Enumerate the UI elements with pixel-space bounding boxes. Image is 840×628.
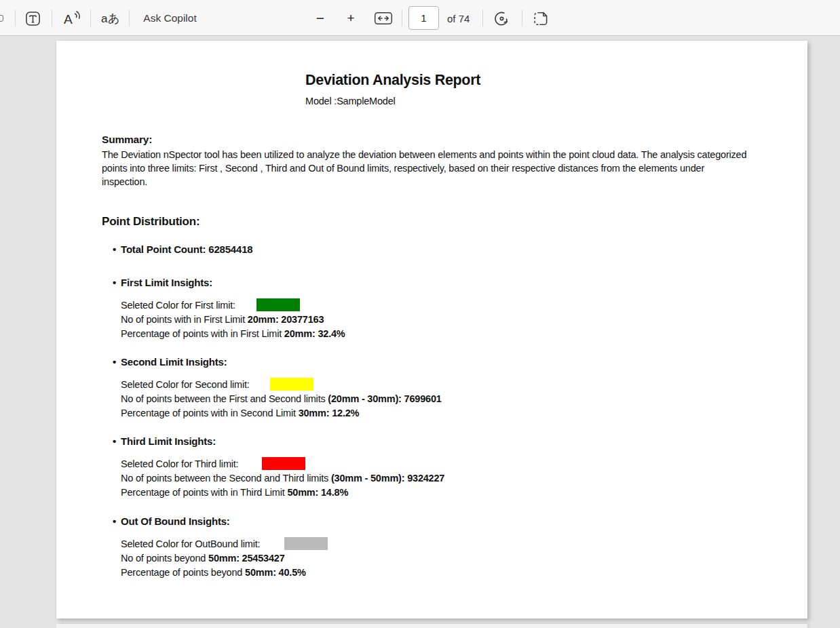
bullet-marker: • [113,356,116,368]
color-label: Seleted Color for First limit: [121,300,235,311]
out-of-bound-color-line: Seleted Color for OutBound limit: [121,538,260,549]
ask-copilot-label: Ask Copilot [143,12,196,24]
percentage-value: 30mm: 12.2% [299,408,360,418]
toolbar-divider [482,9,483,26]
count-value: (20mm - 30mm): 7699601 [328,393,441,404]
count-text: No of points between the Second and Thir… [121,473,331,484]
pdf-page-1: Deviation Analysis Report Model :SampleM… [56,41,807,619]
out-of-bound-count-line: No of points beyond 50mm: 25453427 [121,553,285,564]
color-label: Seleted Color for OutBound limit: [121,538,260,549]
clipped-edge-icon [0,15,3,22]
point-distribution-heading: Point Distribution: [102,215,199,229]
toolbar-divider [129,9,130,26]
percentage-text: Percentage of points with in Second Limi… [121,408,299,418]
page-view-icon [531,10,550,27]
first-limit-percentage-line: Percentage of points with in First Limit… [121,328,345,339]
third-limit-color-swatch [262,457,305,470]
section-heading-label: First Limit Insights: [121,277,212,288]
summary-text: The Deviation nSpector tool has been uti… [102,148,748,189]
percentage-value: 50mm: 14.8% [287,487,348,498]
color-label: Seleted Color for Third limit: [121,458,238,469]
report-model-label: Model :SampleModel [305,96,396,106]
second-limit-heading: • Second Limit Insights: [113,356,227,368]
page-count-label: of 74 [447,13,470,24]
percentage-value: 20mm: 32.4% [284,328,345,339]
toolbar-divider [90,9,91,26]
out-of-bound-color-swatch [284,537,328,550]
bullet-marker: • [113,435,116,447]
percentage-value: 50mm: 40.5% [245,567,306,578]
bullet-marker: • [113,277,116,288]
fit-to-width-icon [374,11,393,26]
page-view-button[interactable] [529,9,551,28]
third-limit-count-line: No of points between the Second and Thir… [121,473,444,484]
section-heading-label: Second Limit Insights: [121,356,227,368]
toolbar-divider [402,9,402,26]
out-of-bound-heading: • Out Of Bound Insights: [113,515,230,527]
third-limit-heading: • Third Limit Insights: [113,435,216,447]
percentage-text: Percentage of points beyond [121,567,245,578]
rotate-button[interactable] [491,9,512,28]
third-limit-color-line: Seleted Color for Third limit: [121,458,238,469]
bullet-marker: • [113,515,116,527]
third-limit-percentage-line: Percentage of points with in Third Limit… [121,487,348,498]
out-of-bound-section: • Out Of Bound Insights: Seleted Color f… [113,515,750,583]
read-aloud-button[interactable]: A [62,9,83,28]
count-text: No of points with in First Limit [121,314,248,325]
ask-copilot-button[interactable]: Ask Copilot [138,9,202,28]
second-limit-count-line: No of points between the First and Secon… [121,393,442,404]
toolbar-divider [15,9,16,26]
color-label: Seleted Color for Second limit: [121,379,250,390]
percentage-text: Percentage of points with in Third Limit [121,487,287,498]
fit-to-width-button[interactable] [372,9,395,28]
next-page-top-edge [56,624,807,628]
section-heading-label: Out Of Bound Insights: [121,515,230,527]
first-limit-count-line: No of points with in First Limit 20mm: 2… [121,314,324,325]
toolbar-divider [52,9,52,26]
pdf-toolbar: A aあ Ask Copilot − + of 74 [0,0,840,36]
count-text: No of points between the First and Secon… [121,393,328,404]
section-heading-label: Third Limit Insights: [121,435,216,447]
count-value: 20mm: 20377163 [248,314,324,325]
second-limit-section: • Second Limit Insights: Seleted Color f… [113,356,750,424]
first-limit-heading: • First Limit Insights: [113,277,212,288]
zoom-out-icon: − [316,10,324,26]
percentage-text: Percentage of points with in First Limit [121,328,284,339]
zoom-in-button[interactable]: + [341,9,360,28]
second-limit-percentage-line: Percentage of points with in Second Limi… [121,408,359,418]
count-value: 50mm: 25453427 [208,553,285,564]
bullet-marker: • [113,243,116,255]
rotate-icon [493,9,511,28]
text-selection-icon [24,10,41,27]
pdf-canvas: Deviation Analysis Report Model :SampleM… [0,37,840,628]
count-text: No of points beyond [121,553,208,564]
toolbar-divider [522,9,522,26]
second-limit-color-line: Seleted Color for Second limit: [121,379,250,390]
summary-heading: Summary: [102,134,152,146]
zoom-in-icon: + [347,11,354,26]
read-aloud-icon: A [62,9,83,27]
count-value: (30mm - 50mm): 9324227 [331,473,444,484]
text-selection-button[interactable] [23,9,42,28]
third-limit-section: • Third Limit Insights: Seleted Color fo… [113,435,750,503]
first-limit-section: • First Limit Insights: Seleted Color fo… [113,277,750,345]
first-limit-color-swatch [256,298,300,311]
zoom-out-button[interactable]: − [311,9,330,28]
translate-icon: aあ [101,11,120,26]
first-limit-color-line: Seleted Color for First limit: [121,300,235,311]
out-of-bound-percentage-line: Percentage of points beyond 50mm: 40.5% [121,567,306,578]
svg-text:A: A [64,12,73,26]
second-limit-color-swatch [270,378,313,391]
page-number-input[interactable] [408,6,439,30]
total-point-count-label: Total Point Count: 62854418 [121,243,252,255]
translate-button[interactable]: aあ [98,9,123,28]
report-title: Deviation Analysis Report [305,72,480,89]
total-point-count: • Total Point Count: 62854418 [113,243,252,255]
